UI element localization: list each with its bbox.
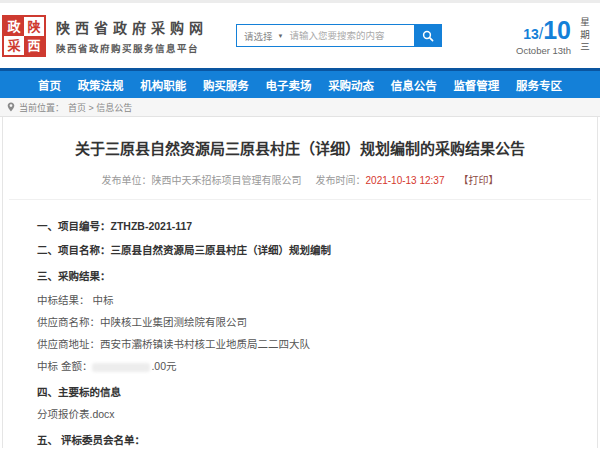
date-month: 10 [543, 16, 571, 44]
nav-item-policies[interactable]: 政策法规 [78, 77, 124, 93]
publisher-value: 陕西中天禾招标项目管理有限公司 [152, 175, 302, 186]
nav-item-home[interactable]: 首页 [38, 77, 61, 93]
search-input[interactable] [289, 25, 414, 46]
search-icon [422, 30, 434, 42]
site-name: 陕西省政府采购网 [56, 17, 208, 37]
nav-item-procurement-news[interactable]: 采购动态 [328, 77, 374, 93]
logo-char: 西 [24, 36, 44, 55]
breadcrumb-path[interactable]: 首页 > 信息公告 [68, 101, 132, 114]
line-supplier-address: 供应商地址：西安市灞桥镇读书村核工业地质局二二四大队 [37, 338, 557, 351]
date-block: 13/10 October 13th 星期三 [516, 16, 592, 56]
main-nav: 首页 政策法规 机构职能 购买服务 电子卖场 采购动态 信息公告 监督管理 服务… [0, 71, 600, 98]
search-box: 请选择 ▼ [236, 24, 442, 47]
date-numeric: 13/10 [516, 16, 571, 45]
publish-time-label: 发布时间： [316, 175, 366, 186]
line-bid-result: 中标结果： 中标 [37, 294, 557, 307]
redacted-amount [92, 363, 150, 372]
bid-amount-suffix: .00元 [151, 360, 176, 372]
bid-amount-label: 中标 金额： [37, 360, 92, 372]
article-body: 一、项目编号：ZTHZB-2021-117 二、项目名称：三原县自然资源局三原县… [3, 200, 597, 450]
line-committee-heading: 五、 评标委员会名单： [37, 434, 557, 447]
search-button[interactable] [414, 25, 441, 46]
breadcrumb: 当前位置： 首页 > 信息公告 [0, 98, 600, 117]
logo-char: 陕 [24, 17, 44, 36]
print-button[interactable]: 【打印】 [458, 175, 498, 186]
site-logo: 政 陕 采 西 [2, 15, 46, 57]
line-bid-amount: 中标 金额：.00元 [37, 360, 557, 373]
nav-item-purchase-services[interactable]: 购买服务 [203, 77, 249, 93]
search-category-select[interactable]: 请选择 ▼ [237, 25, 289, 46]
logo-char: 采 [4, 36, 24, 55]
article-meta: 发布单位：陕西中天禾招标项目管理有限公司发布时间：2021-10-13 12:3… [3, 172, 597, 187]
nav-item-service-zone[interactable]: 服务专区 [516, 77, 562, 93]
nav-item-e-marketplace[interactable]: 电子卖场 [266, 77, 312, 93]
date-day: 13 [523, 26, 539, 42]
attachment-link[interactable]: 分项报价表.docx [37, 408, 557, 421]
publisher-label: 发布单位： [102, 175, 152, 186]
nav-item-functions[interactable]: 机构职能 [140, 77, 186, 93]
publish-time-value: 2021-10-13 12:37 [366, 175, 445, 186]
nav-item-supervision[interactable]: 监督管理 [453, 77, 499, 93]
line-subject-heading: 四、主要标的信息 [37, 386, 557, 399]
date-gregorian: October 13th [516, 45, 571, 56]
line-project-name: 二、项目名称：三原县自然资源局三原县村庄（详细）规划编制 [37, 244, 557, 257]
logo-char: 政 [4, 17, 24, 36]
date-weekday: 星期三 [578, 17, 590, 55]
line-result-heading: 三、采购结果： [37, 270, 557, 283]
site-header: 政 陕 采 西 陕西省政府采购网 陕西省政府购买服务信息平台 请选择 ▼ 13/… [0, 3, 600, 68]
nav-item-announcements[interactable]: 信息公告 [391, 77, 437, 93]
site-titles: 陕西省政府采购网 陕西省政府购买服务信息平台 [56, 17, 208, 55]
location-pin-icon [7, 102, 15, 112]
line-supplier-name: 供应商名称：中陕核工业集团测绘院有限公司 [37, 316, 557, 329]
site-subtitle: 陕西省政府购买服务信息平台 [56, 41, 208, 55]
breadcrumb-prefix: 当前位置： [19, 101, 64, 114]
chevron-down-icon: ▼ [278, 33, 284, 39]
announcement-card: 关于三原县自然资源局三原县村庄（详细）规划编制的采购结果公告 发布单位：陕西中天… [2, 117, 598, 448]
line-project-number: 一、项目编号：ZTHZB-2021-117 [37, 220, 557, 233]
page-title: 关于三原县自然资源局三原县村庄（详细）规划编制的采购结果公告 [3, 117, 597, 158]
search-select-label: 请选择 [244, 29, 273, 43]
